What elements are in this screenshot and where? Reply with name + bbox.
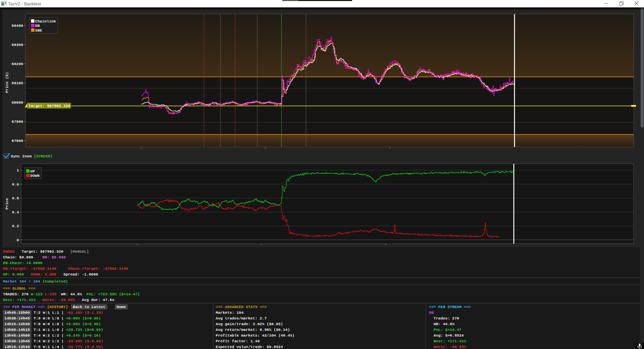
svg-text:0.6: 0.6	[12, 196, 19, 200]
svg-text:67800: 67800	[11, 139, 23, 143]
svg-text:68000: 68000	[11, 100, 23, 105]
svg-text:Price ($): Price ($)	[5, 72, 9, 93]
svg-text:0.2: 0.2	[12, 224, 19, 228]
svg-text:Target: $67982.320: Target: $67982.320	[29, 104, 70, 108]
svg-text:68300: 68300	[11, 43, 23, 47]
svg-text:DB: DB	[35, 23, 40, 28]
svg-text:0: 0	[17, 238, 19, 242]
svg-text:0.8: 0.8	[12, 182, 19, 187]
svg-text:UP: UP	[30, 169, 35, 173]
svg-text:68400: 68400	[11, 23, 23, 28]
svg-text:SBE: SBE	[35, 28, 42, 33]
svg-text:67900: 67900	[11, 119, 23, 124]
svg-text:DOWN: DOWN	[30, 173, 40, 178]
svg-text:68200: 68200	[11, 62, 23, 66]
svg-text:68100: 68100	[11, 81, 23, 85]
svg-text:Price: Price	[5, 198, 9, 210]
svg-text:1: 1	[17, 168, 19, 172]
svg-text:Chainlink: Chainlink	[35, 19, 56, 23]
svg-text:0.4: 0.4	[12, 210, 19, 214]
